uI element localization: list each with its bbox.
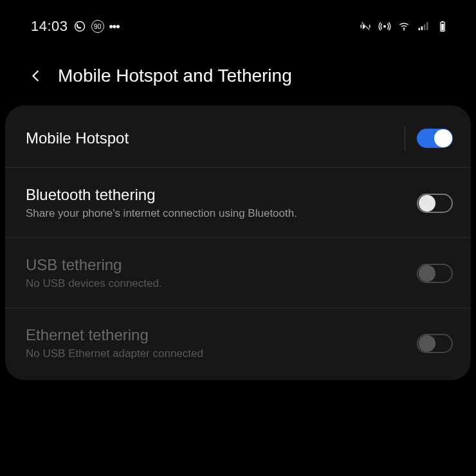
row-subtitle: Share your phone's internet connection u… <box>26 206 405 221</box>
svg-point-2 <box>403 29 405 30</box>
signal-icon <box>417 20 430 33</box>
svg-point-1 <box>383 25 386 28</box>
status-bar-right <box>359 20 449 33</box>
row-subtitle: No USB Ethernet adapter connected <box>26 347 405 361</box>
status-bar-left: 14:03 90 ••• <box>31 18 119 35</box>
row-bluetooth-tethering[interactable]: Bluetooth tethering Share your phone's i… <box>5 168 471 238</box>
row-subtitle: No USB devices connected. <box>26 277 405 291</box>
settings-card: Mobile Hotspot Bluetooth tethering Share… <box>5 105 471 380</box>
toggle-usb-tethering <box>417 264 453 283</box>
page-title: Mobile Hotspot and Tethering <box>58 66 292 86</box>
toggle-knob <box>434 129 452 147</box>
clock: 14:03 <box>31 18 68 35</box>
hotspot-icon <box>378 20 391 33</box>
toggle-ethernet-tethering <box>417 334 453 353</box>
back-button[interactable] <box>27 67 45 85</box>
battery-icon <box>436 20 449 33</box>
toggle-knob <box>419 335 435 352</box>
row-mobile-hotspot[interactable]: Mobile Hotspot <box>5 108 471 168</box>
row-title: Bluetooth tethering <box>26 186 405 204</box>
row-title: USB tethering <box>26 256 405 274</box>
row-title: Mobile Hotspot <box>26 129 393 147</box>
divider-vertical <box>405 126 406 151</box>
row-title: Ethernet tethering <box>26 326 405 344</box>
svg-point-0 <box>75 22 84 32</box>
chevron-left-icon <box>29 69 43 83</box>
toggle-mobile-hotspot[interactable] <box>417 129 453 148</box>
row-ethernet-tethering: Ethernet tethering No USB Ethernet adapt… <box>5 308 471 378</box>
toggle-knob <box>419 265 435 282</box>
row-usb-tethering: USB tethering No USB devices connected. <box>5 238 471 308</box>
toggle-knob <box>419 195 435 212</box>
toggle-bluetooth-tethering[interactable] <box>417 194 453 213</box>
page-header: Mobile Hotspot and Tethering <box>0 41 476 105</box>
svg-rect-5 <box>441 24 444 30</box>
vibrate-mute-icon <box>359 20 372 33</box>
status-bar: 14:03 90 ••• <box>0 0 476 41</box>
whatsapp-icon <box>73 20 86 33</box>
wifi-icon <box>398 20 410 33</box>
notification-badge: 90 <box>91 20 104 33</box>
more-notifications-icon: ••• <box>109 20 120 33</box>
svg-rect-4 <box>441 21 443 23</box>
